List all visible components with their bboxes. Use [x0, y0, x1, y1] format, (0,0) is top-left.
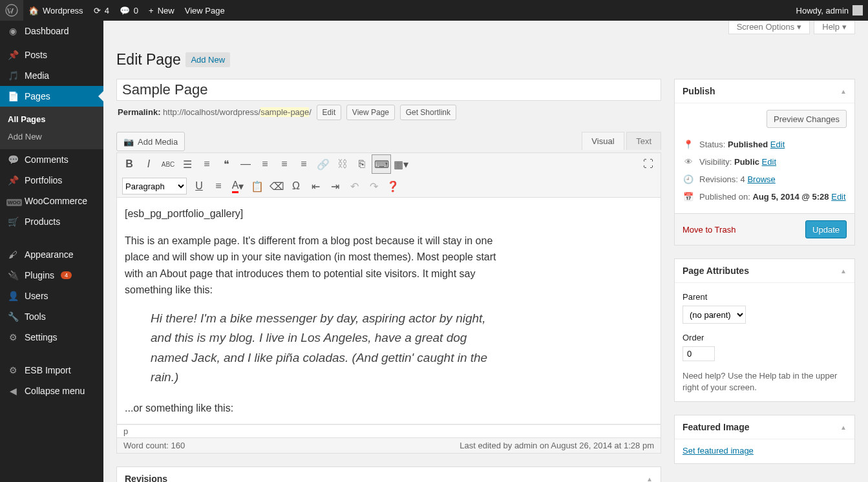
menu-appearance[interactable]: 🖌Appearance [0, 244, 103, 265]
text-color-button[interactable]: A▾ [228, 176, 248, 196]
menu-products[interactable]: 🛒Products [0, 211, 103, 232]
tab-text[interactable]: Text [626, 132, 661, 150]
menu-posts[interactable]: 📌Posts [0, 45, 103, 65]
permalink-box: Permalink: http://localhost/wordpress/sa… [118, 105, 661, 120]
update-button[interactable]: Update [805, 220, 847, 238]
toolbar-toggle-button[interactable]: ⌨ [372, 154, 391, 174]
browse-revisions-link[interactable]: Browse [747, 174, 775, 184]
publish-heading[interactable]: Publish▲ [675, 79, 854, 103]
kitchen-sink-button[interactable]: ▦▾ [391, 154, 410, 174]
view-page-button[interactable]: View Page [346, 105, 395, 120]
ol-button[interactable]: ≡ [197, 154, 217, 174]
parent-label: Parent [683, 292, 847, 302]
word-count: Word count: 160 [123, 441, 185, 450]
user-icon: 👤 [6, 291, 19, 301]
align-right-button[interactable]: ≡ [294, 154, 313, 174]
undo-button[interactable]: ↶ [344, 176, 364, 196]
parent-select[interactable]: (no parent) [683, 306, 746, 324]
permalink-slug[interactable]: sample-page [260, 107, 309, 117]
menu-users[interactable]: 👤Users [0, 286, 103, 306]
move-to-trash-link[interactable]: Move to Trash [683, 225, 736, 235]
outdent-button[interactable]: ⇤ [306, 176, 325, 196]
menu-esb-import[interactable]: ⚙ESB Import [0, 360, 103, 381]
screen-options-button[interactable]: Screen Options ▾ [728, 20, 810, 34]
editor-path[interactable]: p [116, 424, 661, 438]
content-p2: ...or something like this: [125, 400, 648, 417]
edit-status-link[interactable]: Edit [770, 140, 785, 149]
editor-toolbar: B I ABC ☰ ≡ ❝ — ≡ ≡ ≡ 🔗 [116, 152, 661, 198]
justify-button[interactable]: ≡ [209, 176, 228, 196]
submenu-add-new[interactable]: Add New [0, 128, 103, 145]
menu-collapse[interactable]: ◀Collapse menu [0, 381, 103, 401]
dashboard-icon: ◉ [6, 26, 19, 36]
gear-icon: ⚙ [6, 365, 19, 375]
collapse-icon: ◀ [6, 386, 19, 396]
indent-button[interactable]: ⇥ [325, 176, 344, 196]
fullscreen-button[interactable]: ⛶ [639, 154, 658, 174]
menu-tools[interactable]: 🔧Tools [0, 306, 103, 327]
ul-button[interactable]: ☰ [178, 154, 197, 174]
set-featured-image-link[interactable]: Set featured image [683, 446, 754, 456]
format-select[interactable]: Paragraph [122, 178, 187, 194]
featured-image-heading[interactable]: Featured Image▲ [675, 415, 854, 439]
quote-button[interactable]: ❝ [217, 154, 236, 174]
link-button[interactable]: 🔗 [313, 154, 333, 174]
new-content-link[interactable]: +New [143, 0, 180, 21]
sliders-icon: ⚙ [6, 332, 19, 342]
plugins-badge: 4 [61, 271, 72, 279]
italic-button[interactable]: I [139, 154, 158, 174]
menu-media[interactable]: 🎵Media [0, 65, 103, 86]
menu-dashboard[interactable]: ◉Dashboard [0, 21, 103, 41]
align-left-button[interactable]: ≡ [255, 154, 275, 174]
comments-link[interactable]: 💬0 [114, 0, 143, 21]
paste-text-button[interactable]: 📋 [248, 176, 267, 196]
site-name-text: Wordpress [43, 6, 83, 16]
published-date: Aug 5, 2014 @ 5:28 [752, 192, 829, 202]
menu-portfolios[interactable]: 📌Portfolios [0, 170, 103, 191]
chevron-down-icon: ▾ [797, 22, 801, 32]
preview-changes-button[interactable]: Preview Changes [767, 110, 847, 128]
menu-plugins[interactable]: 🔌Plugins4 [0, 265, 103, 286]
special-char-button[interactable]: Ω [286, 176, 306, 196]
help-button[interactable]: Help ▾ [814, 20, 855, 34]
edit-slug-button[interactable]: Edit [317, 105, 342, 120]
unlink-button[interactable]: ⛓ [333, 154, 352, 174]
page-attributes-heading[interactable]: Page Attributes▲ [675, 259, 854, 283]
revisions-icon: 🕘 [683, 174, 694, 184]
my-account[interactable]: Howdy, admin [791, 0, 868, 21]
tab-visual[interactable]: Visual [582, 132, 624, 150]
menu-settings[interactable]: ⚙Settings [0, 327, 103, 348]
submenu-all-pages[interactable]: All Pages [0, 110, 103, 128]
home-icon: 🏠 [28, 6, 39, 16]
menu-comments[interactable]: 💬Comments [0, 149, 103, 170]
strike-button[interactable]: ABC [158, 154, 178, 174]
view-page-text: View Page [185, 6, 225, 16]
help-icon-button[interactable]: ❓ [383, 176, 403, 196]
updates-link[interactable]: ⟳4 [89, 0, 114, 21]
edit-date-link[interactable]: Edit [831, 192, 845, 202]
add-new-button[interactable]: Add New [185, 52, 230, 67]
revisions-heading[interactable]: Revisions▲ [117, 467, 661, 482]
title-input[interactable] [116, 79, 661, 101]
view-page-link[interactable]: View Page [180, 0, 230, 21]
featured-image-postbox: Featured Image▲ Set featured image [674, 415, 855, 464]
plugin-icon: 🔌 [6, 270, 19, 280]
more-button[interactable]: ⎘ [352, 154, 372, 174]
menu-woocommerce[interactable]: WOOWooCommerce [0, 191, 103, 211]
last-edited: Last edited by admin on August 26, 2014 … [460, 441, 654, 450]
brush-icon: 🖌 [6, 249, 19, 260]
order-input[interactable] [683, 346, 715, 361]
bold-button[interactable]: B [120, 154, 139, 174]
get-shortlink-button[interactable]: Get Shortlink [400, 105, 456, 120]
hr-button[interactable]: — [236, 154, 255, 174]
menu-pages[interactable]: 📄Pages [0, 86, 103, 107]
clear-format-button[interactable]: ⌫ [267, 176, 286, 196]
wp-logo[interactable] [0, 0, 23, 21]
align-center-button[interactable]: ≡ [275, 154, 294, 174]
underline-button[interactable]: U [189, 176, 209, 196]
edit-visibility-link[interactable]: Edit [762, 157, 776, 167]
site-name-link[interactable]: 🏠Wordpress [23, 0, 89, 21]
add-media-button[interactable]: 📷Add Media [116, 132, 185, 151]
redo-button[interactable]: ↷ [364, 176, 383, 196]
editor-content[interactable]: [esb_pg_portfolio_gallery] This is an ex… [117, 198, 661, 424]
